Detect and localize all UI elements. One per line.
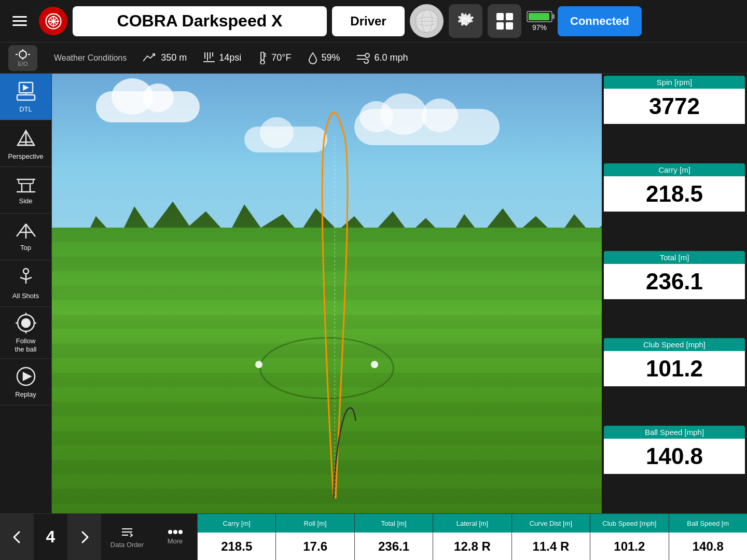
follow-ball-label: Follow the ball	[15, 337, 37, 353]
club-speed-card: Club Speed [mph] 101.2	[604, 338, 745, 424]
data-order-label: Data Order	[110, 541, 144, 549]
weather-mode-button[interactable]: E/O	[8, 45, 37, 71]
stat-roll: Roll [m] 17.6	[275, 514, 354, 560]
brand-logo	[39, 7, 67, 35]
view-top-button[interactable]: Top	[0, 214, 51, 260]
battery-bar	[527, 11, 552, 22]
total-card: Total [m] 236.1	[604, 251, 745, 337]
humidity-item: 59%	[308, 52, 340, 64]
total-header: Total [m]	[604, 251, 745, 264]
ball-speed-card: Ball Speed [mph] 140.8	[604, 426, 745, 511]
stat-carry-header: Carry [m]	[198, 514, 275, 533]
menu-button[interactable]	[5, 7, 34, 35]
hamburger-icon	[12, 16, 27, 26]
weather-mode-label: E/O	[18, 61, 28, 67]
prev-shot-button[interactable]	[0, 514, 34, 560]
ball-speed-header: Ball Speed [mph]	[604, 426, 745, 439]
svg-marker-27	[23, 85, 29, 91]
ball-icon-button[interactable]	[410, 4, 444, 38]
top-label: Top	[20, 244, 31, 252]
view-perspective-button[interactable]: Perspective	[0, 120, 51, 167]
stat-club-speed-header: Club Speed [mph]	[590, 514, 668, 533]
bottom-bar: 4 Data Order More Carry [m] 218.5 Roll […	[0, 513, 747, 560]
course-view	[52, 74, 602, 513]
stat-club-speed-value: 101.2	[590, 533, 668, 560]
stats-row: Carry [m] 218.5 Roll [m] 17.6 Total [m] …	[197, 514, 747, 560]
ball-speed-value: 140.8	[604, 439, 745, 474]
altitude-item: 350 m	[143, 52, 187, 63]
stat-carry-value: 218.5	[198, 533, 275, 560]
more-button[interactable]: More	[153, 514, 197, 560]
stat-curve-value: 11.4 R	[512, 533, 590, 560]
svg-point-40	[22, 319, 30, 327]
club-name: COBRA Darkspeed X	[73, 6, 327, 36]
altitude-value: 350 m	[161, 52, 187, 63]
replay-label: Replay	[15, 390, 36, 399]
total-value: 236.1	[604, 264, 745, 299]
grid-view-button[interactable]	[488, 4, 521, 38]
stat-total-value: 236.1	[355, 533, 433, 560]
replay-button[interactable]: Replay	[0, 359, 51, 405]
svg-point-20	[260, 60, 265, 64]
battery-indicator: 97%	[527, 11, 552, 32]
pressure-item: 14psi	[203, 52, 241, 64]
view-side-button[interactable]: Side	[0, 167, 51, 214]
data-order-button[interactable]: Data Order	[101, 514, 153, 560]
shot-number: 4	[34, 514, 67, 560]
stat-ball-speed: Ball Speed [m 140.8	[669, 514, 747, 560]
weather-conditions-label: Weather Conditions	[54, 53, 127, 63]
more-label: More	[168, 537, 183, 545]
follow-ball-button[interactable]: Follow the ball	[0, 307, 51, 359]
stat-lateral-header: Lateral [m]	[433, 514, 511, 533]
stat-club-speed: Club Speed [mph] 101.2	[590, 514, 668, 560]
connected-button[interactable]: Connected	[558, 6, 642, 36]
battery-percentage: 97%	[532, 23, 547, 32]
stat-ball-speed-header: Ball Speed [m	[669, 514, 747, 533]
left-sidebar: DTL Perspective Side	[0, 74, 52, 513]
svg-point-38	[23, 269, 29, 274]
svg-point-52	[173, 530, 177, 534]
cloud-1	[96, 91, 200, 122]
temperature-item: 70°F	[258, 52, 291, 64]
spin-card: Spin [rpm] 3772	[604, 76, 745, 161]
right-panel: Spin [rpm] 3772 Carry [m] 218.5 Total [m…	[602, 74, 747, 513]
club-type-button[interactable]: Driver	[332, 6, 405, 36]
all-shots-label: All Shots	[12, 292, 39, 300]
stat-curve-header: Curve Dist [m]	[512, 514, 590, 533]
spin-header: Spin [rpm]	[604, 76, 745, 89]
ground-dot-right	[371, 361, 378, 368]
club-speed-value: 101.2	[604, 351, 745, 386]
stat-lateral: Lateral [m] 12.8 R	[433, 514, 511, 560]
stat-lateral-value: 12.8 R	[433, 533, 511, 560]
svg-rect-6	[506, 13, 513, 20]
svg-line-35	[26, 224, 35, 236]
cloud-3	[244, 127, 327, 152]
stat-total-header: Total [m]	[355, 514, 433, 533]
temperature-value: 70°F	[271, 52, 291, 63]
svg-marker-46	[23, 373, 31, 380]
main-content: DTL Perspective Side	[0, 74, 747, 513]
pressure-value: 14psi	[219, 52, 241, 63]
settings-button[interactable]	[449, 4, 482, 38]
view-all-shots-button[interactable]: All Shots	[0, 260, 51, 307]
stat-roll-header: Roll [m]	[276, 514, 354, 533]
svg-rect-25	[17, 95, 35, 100]
svg-rect-5	[496, 13, 504, 20]
stat-ball-speed-value: 140.8	[669, 533, 747, 560]
svg-rect-19	[261, 52, 264, 60]
view-dtl-button[interactable]: DTL	[0, 74, 51, 120]
stat-carry: Carry [m] 218.5	[197, 514, 275, 560]
svg-point-53	[178, 530, 183, 534]
wind-item: 6.0 mph	[357, 52, 408, 64]
svg-point-9	[19, 51, 26, 58]
carry-card: Carry [m] 218.5	[604, 163, 745, 249]
humidity-value: 59%	[322, 52, 340, 63]
svg-rect-8	[506, 22, 513, 30]
carry-header: Carry [m]	[604, 163, 745, 176]
dtl-label: DTL	[19, 105, 32, 114]
svg-line-34	[17, 224, 26, 236]
wind-value: 6.0 mph	[375, 52, 408, 63]
next-shot-button[interactable]	[67, 514, 101, 560]
cloud-2	[354, 109, 500, 145]
carry-value: 218.5	[604, 176, 745, 212]
